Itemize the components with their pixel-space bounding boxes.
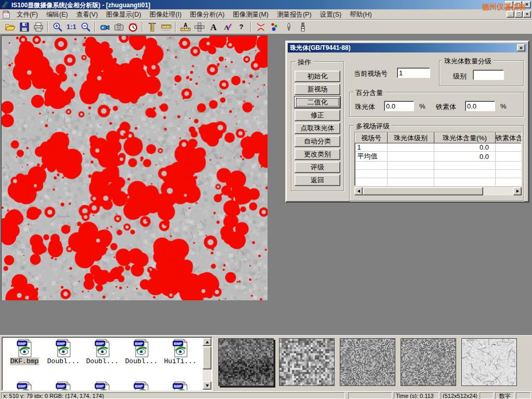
table-header-0[interactable]: 视场号 [355,133,388,143]
menu-item-image-measure[interactable]: 图像测量(M) [229,9,273,20]
dialog-button-pick-pearlite[interactable]: 点取珠光体 [295,123,340,134]
menu-item-image-process[interactable]: 图像处理(I) [145,9,186,20]
scroll-down-icon[interactable] [203,381,211,390]
pearlite-input[interactable] [384,101,414,111]
file-item[interactable]: BMPDoubl... [84,339,121,365]
toolbar-button-save[interactable] [18,21,31,33]
toolbar-button-brush[interactable] [296,21,309,33]
file-item[interactable]: BMP [162,381,198,391]
dialog-button-auto-classify[interactable]: 自动分类 [295,136,340,147]
file-item[interactable]: BMP [45,381,82,391]
scrollbar-thumb[interactable] [203,347,211,369]
multi-view-group: 多视场评级 视场号珠光体级别珠光体含量(%)铁素体含量(%) 10.0平均值0.… [349,125,524,201]
micrograph-image[interactable] [1,35,268,300]
thumbnail-image[interactable] [461,338,517,386]
toolbar-button-camera[interactable] [112,21,125,33]
svg-text:BMP: BMP [96,342,104,345]
table-row[interactable] [355,162,522,170]
toolbar-button-actual-size[interactable]: 1:1 [65,21,78,33]
level-input[interactable] [473,70,504,80]
menu-item-edit[interactable]: 编辑(E) [42,9,72,20]
toolbar-button-measure-text[interactable]: A [179,21,192,33]
file-item[interactable]: BMP [84,381,121,391]
file-item[interactable]: BMPHuiTi... [162,339,198,365]
level-label: 级别 [453,72,467,81]
table-row[interactable]: 10.0 [355,143,522,152]
table-row[interactable]: 平均值0.0 [355,152,522,162]
scroll-right-icon[interactable] [513,187,522,195]
document-icon: DOC [2,10,10,19]
toolbar-button-open[interactable] [4,21,17,33]
multi-view-table[interactable]: 视场号珠光体级别珠光体含量(%)铁素体含量(%) 10.0平均值0.0 [354,132,522,186]
file-item[interactable]: BMPDoubl... [45,339,82,365]
toolbar-button-zoom-out[interactable] [79,21,92,33]
file-name: Doubl... [86,357,119,365]
file-item[interactable]: BMPDoubl... [123,339,159,365]
table-horizontal-scrollbar[interactable] [354,187,522,195]
thumbnail-image[interactable] [218,338,274,386]
dialog-button-change-class[interactable]: 更改类别 [295,149,340,160]
table-cell [388,170,434,178]
table-row[interactable] [355,170,522,178]
menu-item-image-display[interactable]: 图像显示(D) [102,9,145,20]
scroll-left-icon[interactable] [354,187,363,195]
dialog-button-grade[interactable]: 评级 [295,162,340,173]
status-empty-2 [480,392,494,399]
toolbar-button-particles[interactable] [268,21,281,33]
dialog-button-initialize[interactable]: 初始化 [295,71,340,82]
dialog-button-correct[interactable]: 修正 [295,110,340,121]
menu-item-file[interactable]: 文件(F) [12,9,42,20]
ruler-icon [161,22,171,32]
thumbnail-image[interactable] [340,338,395,386]
file-name: DKF.bmp [10,357,39,365]
menu-item-help[interactable]: 帮助(H) [345,9,376,20]
menu-item-settings[interactable]: 设置(S) [316,9,346,20]
file-item[interactable]: BMP [123,381,159,391]
table-cell [496,170,522,178]
toolbar-button-text[interactable]: A [207,21,220,33]
thumbnail-image[interactable] [401,338,456,386]
bmp-file-icon: BMP [6,339,43,357]
table-header-2[interactable]: 珠光体含量(%) [434,133,496,143]
toolbar-button-clock[interactable] [126,21,139,33]
file-list-scrollbar[interactable] [203,338,211,390]
table-cell [496,162,522,170]
table-header-3[interactable]: 铁素体含量(%) [496,133,522,143]
toolbar-button-ruler[interactable] [159,21,172,33]
toolbar-button-pen[interactable] [282,21,295,33]
toolbar-button-print[interactable] [32,21,45,33]
ferrite-input[interactable] [465,101,495,111]
scrollbar-thumb[interactable] [363,187,483,195]
dialog-button-binarize[interactable]: 二值化 [295,97,340,108]
current-field-input[interactable] [397,68,430,78]
file-browser-panel: BMPDKF.bmpBMPDoubl...BMPDoubl...BMPDoubl… [0,335,532,391]
file-item[interactable]: BMP [6,381,43,391]
dialog-button-return[interactable]: 返回 [295,175,340,186]
actual-size-icon: 1:1 [66,22,77,32]
status-image-size: (512x512x24) [441,392,478,399]
dialog-title-bar[interactable]: 珠光体(GB/T9441-88) [288,43,527,52]
dialog-button-new-field[interactable]: 新视场 [295,84,340,95]
toolbar-button-zoom-in[interactable] [51,21,64,33]
file-name: HuiTi... [164,357,197,365]
toolbar-button-caliper[interactable] [145,21,158,33]
toolbar-separator [142,22,143,32]
menu-item-image-analysis[interactable]: 图像分析(A) [185,9,229,20]
menu-item-view[interactable]: 查看(V) [72,9,102,20]
status-empty-3 [516,392,531,399]
operations-group: 操作 初始化新视场二值化修正点取珠光体自动分类更改类别评级返回 [291,61,344,191]
toolbar-button-help[interactable]: ? [235,21,248,33]
toolbar-button-curve-tool[interactable] [254,21,267,33]
file-item[interactable]: BMPDKF.bmp [6,339,43,365]
toolbar-button-video-camera[interactable] [98,21,111,33]
thumbnail-image[interactable] [279,338,335,386]
toolbar-button-annotate[interactable]: A [221,21,234,33]
table-row[interactable] [355,178,522,187]
dialog-close-icon[interactable]: × [517,44,525,51]
zoom-out-icon [81,22,91,32]
toolbar-button-grid[interactable] [193,21,206,33]
watermark: 德州仪器仪表 [482,3,532,12]
table-header-1[interactable]: 珠光体级别 [388,133,434,143]
scroll-up-icon[interactable] [203,338,211,346]
menu-item-measure-report[interactable]: 测量报告(P) [273,9,316,20]
